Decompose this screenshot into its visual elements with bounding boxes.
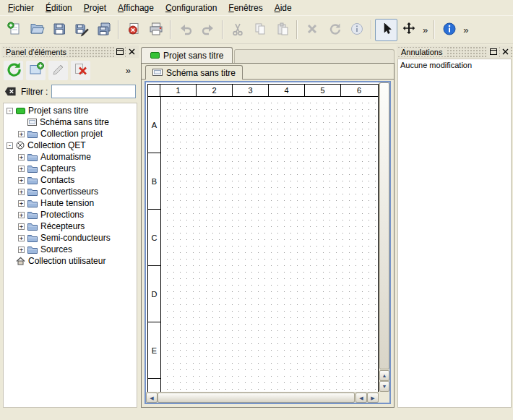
tree-item-recepteurs[interactable]: Récepteurs xyxy=(4,220,137,232)
schema-tab-label: Schéma sans titre xyxy=(166,68,236,78)
close-panel-button[interactable] xyxy=(126,47,137,57)
expand-expander-icon[interactable] xyxy=(18,189,25,195)
tree-item-collection-projet[interactable]: Collection projet xyxy=(4,128,137,140)
select-mode-button[interactable] xyxy=(375,19,397,41)
delete-button[interactable] xyxy=(301,19,323,41)
schema-tab[interactable]: Schéma sans titre xyxy=(145,65,243,80)
collapse-expander-icon[interactable] xyxy=(7,142,13,149)
expand-expander-icon[interactable] xyxy=(18,235,25,241)
menu-fenetres[interactable]: Fenêtres xyxy=(223,1,268,15)
new-document-button[interactable] xyxy=(3,19,25,41)
filter-input[interactable] xyxy=(51,85,136,98)
redo-button[interactable] xyxy=(197,19,219,41)
scroll-up-button[interactable]: ▲ xyxy=(379,370,389,381)
toolbar-separator xyxy=(296,20,298,39)
tree-item-automatisme[interactable]: Automatisme xyxy=(4,151,137,163)
scroll-down-button[interactable]: ▼ xyxy=(379,381,389,392)
close-document-button[interactable] xyxy=(122,19,145,41)
expand-expander-icon[interactable] xyxy=(18,154,25,160)
menu-projet[interactable]: Projet xyxy=(78,1,112,15)
save-button[interactable] xyxy=(48,19,70,41)
tree-item-haute-tension[interactable]: Haute tension xyxy=(4,197,137,209)
folder-icon xyxy=(27,130,38,138)
tree-item-capteurs[interactable]: Capteurs xyxy=(4,163,137,174)
rotate-button[interactable] xyxy=(323,19,345,41)
elements-panel-title: Panel d'éléments xyxy=(3,48,69,56)
undo-list-item[interactable]: Aucune modification xyxy=(398,59,511,71)
horizontal-scrollbar[interactable]: ◀ ◀ ▶ xyxy=(146,392,379,403)
menu-fichier[interactable]: Fichier xyxy=(2,1,40,15)
float-icon xyxy=(116,48,124,55)
scroll-left-button[interactable]: ◀ xyxy=(355,393,367,403)
expand-expander-icon[interactable] xyxy=(18,223,25,230)
save-all-button[interactable] xyxy=(92,19,115,41)
about-button[interactable] xyxy=(438,19,460,41)
float-panel-button[interactable] xyxy=(488,47,499,57)
scroll-right-button[interactable]: ▶ xyxy=(367,393,379,403)
reload-collection-button[interactable] xyxy=(4,61,23,80)
vertical-scrollbar-thumb[interactable] xyxy=(379,82,389,369)
edit-pencil-icon xyxy=(50,61,67,80)
project-tab[interactable]: Projet sans titre xyxy=(141,47,233,63)
undo-panel-titlebar[interactable]: Annulations xyxy=(397,46,512,58)
dot-grid[interactable] xyxy=(161,97,378,392)
elements-panel-titlebar[interactable]: Panel d'éléments xyxy=(1,46,139,58)
paste-button[interactable] xyxy=(271,19,293,41)
toolbar-overflow-chevron[interactable] xyxy=(420,25,431,35)
tree-item-sources[interactable]: Sources xyxy=(4,244,137,255)
print-button[interactable] xyxy=(145,19,167,41)
folder-icon xyxy=(27,153,38,161)
menu-edition[interactable]: Édition xyxy=(40,1,78,15)
cut-button[interactable] xyxy=(226,19,249,41)
move-mode-button[interactable] xyxy=(397,19,420,41)
tree-item-project[interactable]: Projet sans titre xyxy=(4,105,137,116)
tree-item-schema[interactable]: Schéma sans titre xyxy=(4,116,137,128)
collapse-expander-icon[interactable] xyxy=(7,108,13,114)
schema-canvas[interactable]: 1 2 3 4 5 6 A B C xyxy=(146,82,379,392)
new-document-icon xyxy=(7,21,22,39)
row-header: B xyxy=(148,153,160,210)
header-corner xyxy=(148,85,160,96)
scroll-left-button[interactable]: ◀ xyxy=(146,393,158,403)
close-panel-button[interactable] xyxy=(500,47,511,57)
paste-icon xyxy=(275,21,290,39)
tree-item-convertisseurs[interactable]: Convertisseurs xyxy=(4,186,137,197)
tree-item-collection-utilisateur[interactable]: Collection utilisateur xyxy=(4,255,137,267)
save-as-icon xyxy=(74,21,90,39)
toolbar-overflow-chevron[interactable] xyxy=(460,25,471,35)
undo-button[interactable] xyxy=(174,19,197,41)
undo-history-list[interactable]: Aucune modification xyxy=(397,59,512,408)
float-panel-button[interactable] xyxy=(114,47,125,57)
tree-item-protections[interactable]: Protections xyxy=(4,209,137,220)
copy-button[interactable] xyxy=(249,19,271,41)
edit-element-button[interactable] xyxy=(48,61,68,80)
tree-item-collection-qet[interactable]: Collection QET xyxy=(4,140,137,151)
expand-expander-icon[interactable] xyxy=(18,131,25,137)
expand-expander-icon[interactable] xyxy=(18,247,25,253)
panel-toolbar-overflow-chevron[interactable] xyxy=(123,65,134,76)
tree-item-semi-conducteurs[interactable]: Semi-conducteurs xyxy=(4,232,137,244)
schema-view[interactable]: 1 2 3 4 5 6 A B C xyxy=(145,81,391,404)
expand-expander-icon[interactable] xyxy=(18,200,25,207)
mdi-tab-bar-filler xyxy=(234,49,395,63)
expand-expander-icon[interactable] xyxy=(18,177,25,184)
tree-item-contacts[interactable]: Contacts xyxy=(4,174,137,186)
redo-icon xyxy=(200,21,216,39)
info-button[interactable] xyxy=(345,19,368,41)
menu-affichage[interactable]: Affichage xyxy=(112,1,160,15)
menu-configuration[interactable]: Configuration xyxy=(160,1,223,15)
expand-expander-icon[interactable] xyxy=(18,166,25,172)
new-element-button[interactable] xyxy=(26,61,46,80)
expand-expander-icon[interactable] xyxy=(18,212,25,218)
delete-element-button[interactable] xyxy=(71,61,90,80)
save-icon xyxy=(51,21,67,39)
close-icon xyxy=(129,48,135,55)
horizontal-scrollbar-thumb[interactable] xyxy=(158,393,355,403)
vertical-scrollbar[interactable]: ▲ ▼ xyxy=(379,82,389,392)
menu-aide[interactable]: Aide xyxy=(269,1,298,15)
open-document-button[interactable] xyxy=(25,19,48,41)
save-as-button[interactable] xyxy=(70,19,92,41)
clear-filter-button[interactable] xyxy=(4,85,17,98)
project-icon xyxy=(150,52,160,59)
undo-panel-title: Annulations xyxy=(398,48,446,56)
